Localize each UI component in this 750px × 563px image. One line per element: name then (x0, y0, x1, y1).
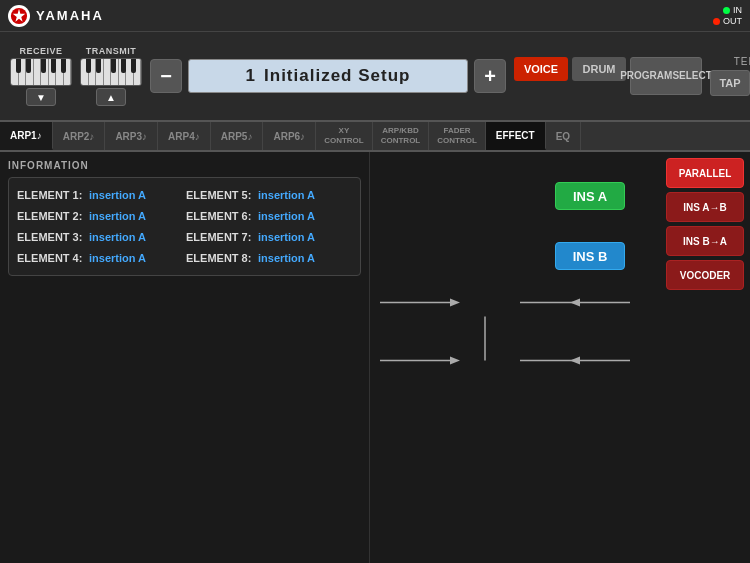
transmit-up-button[interactable]: ▲ (96, 88, 126, 106)
preset-name-box: 1 Initialized Setup (188, 59, 468, 93)
tab-arp-kbd-line1: ARP/KBD (382, 126, 418, 136)
ins-b-label: INS B (573, 249, 608, 264)
svg-marker-2 (450, 299, 460, 307)
tab-arp5[interactable]: ARP5♪ (211, 122, 264, 150)
program-label-line2: SELECT (672, 70, 711, 82)
ins-a-to-b-label: INS A→B (683, 202, 727, 213)
yamaha-logo: YAMAHA (8, 5, 104, 27)
element-1-name: ELEMENT 1: (17, 189, 85, 201)
element-row-8: ELEMENT 8: insertion A (186, 249, 352, 267)
content-area: INFORMATION ELEMENT 1: insertion A ELEME… (0, 152, 750, 563)
element-row-5: ELEMENT 5: insertion A (186, 186, 352, 204)
element-8-name: ELEMENT 8: (186, 252, 254, 264)
top-bar: YAMAHA IN OUT (0, 0, 750, 32)
led-in (723, 7, 730, 14)
tab-arp-kbd-control[interactable]: ARP/KBD CONTROL (373, 122, 430, 150)
preset-display: − 1 Initialized Setup + (150, 59, 506, 93)
element-3-value: insertion A (89, 231, 146, 243)
drum-button[interactable]: DRUM (572, 57, 626, 81)
element-7-name: ELEMENT 7: (186, 231, 254, 243)
tab-arp3[interactable]: ARP3♪ (105, 122, 158, 150)
led-out (713, 18, 720, 25)
svg-marker-4 (570, 299, 580, 307)
program-select-button[interactable]: PROGRAM SELECT (630, 57, 702, 95)
tab-row: ARP1♪ ARP2♪ ARP3♪ ARP4♪ ARP5♪ ARP6♪ XY C… (0, 122, 750, 152)
element-7-value: insertion A (258, 231, 315, 243)
transmit-label: TRANSMIT (86, 46, 137, 56)
element-2-value: insertion A (89, 210, 146, 222)
tab-xy-control[interactable]: XY CONTROL (316, 122, 373, 150)
ins-b-to-a-button[interactable]: INS B→A (666, 226, 744, 256)
element-row-1: ELEMENT 1: insertion A (17, 186, 183, 204)
vocoder-button[interactable]: VOCODER (666, 260, 744, 290)
mode-buttons: VOICE DRUM PROGRAM SELECT (514, 57, 702, 95)
information-label: INFORMATION (8, 160, 361, 171)
preset-plus-button[interactable]: + (474, 59, 506, 93)
preset-minus-button[interactable]: − (150, 59, 182, 93)
element-row-7: ELEMENT 7: insertion A (186, 228, 352, 246)
element-row-2: ELEMENT 2: insertion A (17, 207, 183, 225)
app-title: YAMAHA (36, 8, 104, 23)
tab-arp1[interactable]: ARP1♪ (0, 122, 53, 150)
elements-grid: ELEMENT 1: insertion A ELEMENT 5: insert… (8, 177, 361, 276)
element-row-3: ELEMENT 3: insertion A (17, 228, 183, 246)
element-5-value: insertion A (258, 189, 315, 201)
parallel-button[interactable]: PARALLEL (666, 158, 744, 188)
preset-number: 1 (246, 66, 256, 86)
ins-b-box[interactable]: INS B (555, 242, 625, 270)
tab-arp4[interactable]: ARP4♪ (158, 122, 211, 150)
ins-a-to-b-button[interactable]: INS A→B (666, 192, 744, 222)
transmit-piano (80, 58, 142, 86)
tab-eq[interactable]: EQ (546, 122, 581, 150)
vocoder-label: VOCODER (680, 270, 731, 281)
parallel-label: PARALLEL (679, 168, 732, 179)
transmit-block: TRANSMIT ▲ (80, 46, 142, 106)
effect-buttons: PARALLEL INS A→B INS B→A VOCODER (666, 158, 744, 290)
element-row-4: ELEMENT 4: insertion A (17, 249, 183, 267)
element-4-value: insertion A (89, 252, 146, 264)
element-row-6: ELEMENT 6: insertion A (186, 207, 352, 225)
led-in-label: IN (733, 5, 742, 15)
element-8-value: insertion A (258, 252, 315, 264)
element-4-name: ELEMENT 4: (17, 252, 85, 264)
tempo-label: TEMPO (734, 56, 750, 67)
led-out-label: OUT (723, 16, 742, 26)
element-1-value: insertion A (89, 189, 146, 201)
tab-effect[interactable]: EFFECT (486, 122, 546, 150)
ins-a-label: INS A (573, 189, 607, 204)
tab-arp6[interactable]: ARP6♪ (263, 122, 316, 150)
element-6-name: ELEMENT 6: (186, 210, 254, 222)
program-label-line1: PROGRAM (620, 70, 672, 82)
element-6-value: insertion A (258, 210, 315, 222)
tab-fader-control[interactable]: FADER CONTROL (429, 122, 486, 150)
element-2-name: ELEMENT 2: (17, 210, 85, 222)
yamaha-icon (8, 5, 30, 27)
element-5-name: ELEMENT 5: (186, 189, 254, 201)
tempo-block: TEMPO TAP 124 (710, 56, 750, 96)
info-panel: INFORMATION ELEMENT 1: insertion A ELEME… (0, 152, 370, 563)
voice-button[interactable]: VOICE (514, 57, 568, 81)
effect-panel: INS A INS B PARALLEL INS A→B INS B→A VOC… (370, 152, 750, 563)
receive-block: RECEIVE ▼ (10, 46, 72, 106)
tab-arp-kbd-line2: CONTROL (381, 136, 421, 146)
receive-down-button[interactable]: ▼ (26, 88, 56, 106)
status-leds: IN OUT (713, 5, 742, 26)
tab-arp2[interactable]: ARP2♪ (53, 122, 106, 150)
tab-xy-line2: CONTROL (324, 136, 364, 146)
ins-a-box[interactable]: INS A (555, 182, 625, 210)
tap-button[interactable]: TAP (710, 70, 750, 96)
svg-marker-9 (570, 357, 580, 365)
header-section: RECEIVE ▼ TRANSMIT (0, 32, 750, 122)
ins-b-to-a-label: INS B→A (683, 236, 727, 247)
receive-piano (10, 58, 72, 86)
svg-marker-7 (450, 357, 460, 365)
tab-xy-line1: XY (339, 126, 350, 136)
page-wrapper: YAMAHA IN OUT RECEIVE (0, 0, 750, 563)
preset-name: Initialized Setup (264, 66, 410, 86)
element-3-name: ELEMENT 3: (17, 231, 85, 243)
tab-fader-line2: CONTROL (437, 136, 477, 146)
receive-label: RECEIVE (19, 46, 62, 56)
tab-fader-line1: FADER (443, 126, 470, 136)
